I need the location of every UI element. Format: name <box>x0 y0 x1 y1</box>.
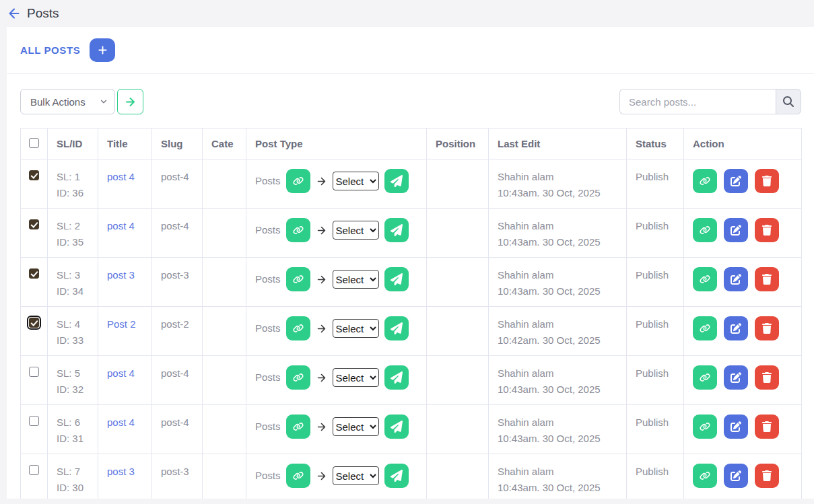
row-link-button[interactable] <box>693 218 717 242</box>
bulk-actions-select[interactable]: Bulk Actions <box>20 89 115 114</box>
position-cell <box>427 356 489 405</box>
card-header: ALL POSTS <box>7 27 814 74</box>
post-title-link[interactable]: post 4 <box>107 417 135 428</box>
row-delete-button[interactable] <box>755 415 779 439</box>
post-type-send-button[interactable] <box>384 365 409 390</box>
action-cell <box>684 258 802 307</box>
row-edit-button[interactable] <box>724 267 748 291</box>
row-checkbox[interactable] <box>29 416 39 426</box>
post-type-select[interactable]: Select <box>333 221 379 240</box>
row-checkbox[interactable] <box>29 318 39 328</box>
search-button[interactable] <box>776 89 801 114</box>
row-link-button[interactable] <box>693 464 717 488</box>
post-type-link-button[interactable] <box>286 316 310 340</box>
post-type-select[interactable]: Select <box>333 368 379 387</box>
bulk-apply-button[interactable] <box>117 89 143 114</box>
sl-id-cell: SL: 6 ID: 31 <box>48 405 98 454</box>
trash-icon <box>761 470 772 481</box>
cate-cell <box>203 454 246 499</box>
post-title-link[interactable]: post 3 <box>107 466 135 477</box>
row-delete-button[interactable] <box>755 316 779 340</box>
page-title: Posts <box>27 6 59 21</box>
position-cell <box>427 405 489 454</box>
card-title: ALL POSTS <box>20 44 80 56</box>
post-type-label: Posts <box>255 320 281 336</box>
header-action: Action <box>684 129 802 159</box>
row-checkbox[interactable] <box>29 465 39 475</box>
search-input[interactable] <box>619 89 776 114</box>
post-type-cell: Posts Select <box>246 159 427 209</box>
post-title-link[interactable]: post 4 <box>107 367 135 379</box>
row-edit-button[interactable] <box>724 464 748 488</box>
row-delete-button[interactable] <box>755 464 779 488</box>
back-button[interactable] <box>7 6 22 21</box>
post-title-link[interactable]: post 4 <box>107 220 135 231</box>
post-type-label: Posts <box>255 468 281 484</box>
edited-at: 10:43am. 30 Oct, 2025 <box>498 283 621 299</box>
id-value: ID: 36 <box>57 185 92 201</box>
post-type-select[interactable]: Select <box>333 319 379 338</box>
add-post-button[interactable] <box>90 38 115 62</box>
arrow-right-icon <box>316 274 327 285</box>
post-type-link-button[interactable] <box>286 267 310 291</box>
post-type-label: Posts <box>255 222 281 238</box>
row-delete-button[interactable] <box>755 365 779 390</box>
row-edit-button[interactable] <box>724 415 748 439</box>
header-status: Status <box>627 129 684 159</box>
id-value: ID: 34 <box>57 283 92 299</box>
row-link-button[interactable] <box>693 316 717 340</box>
row-link-button[interactable] <box>693 365 717 390</box>
post-type-link-button[interactable] <box>286 218 310 242</box>
post-type-link-button[interactable] <box>286 169 310 193</box>
trash-icon <box>761 372 772 383</box>
post-title-link[interactable]: Post 2 <box>107 318 136 330</box>
post-type-link-button[interactable] <box>286 464 310 488</box>
row-checkbox[interactable] <box>29 367 39 377</box>
post-type-link-button[interactable] <box>286 415 310 439</box>
row-link-button[interactable] <box>693 169 717 193</box>
status-cell: Publish <box>627 258 684 307</box>
post-type-select[interactable]: Select <box>333 417 379 436</box>
status-cell: Publish <box>627 405 684 454</box>
post-type-send-button[interactable] <box>384 267 409 291</box>
post-type-select[interactable]: Select <box>333 172 379 190</box>
action-cell <box>684 405 802 454</box>
post-type-select[interactable]: Select <box>333 466 379 485</box>
post-title-link[interactable]: post 4 <box>107 171 135 182</box>
link-chain-icon <box>700 274 710 285</box>
post-type-send-button[interactable] <box>384 415 409 439</box>
paper-plane-icon <box>391 224 403 236</box>
row-checkbox[interactable] <box>29 170 39 180</box>
row-checkbox[interactable] <box>29 268 39 279</box>
row-edit-button[interactable] <box>724 365 748 390</box>
sl-id-cell: SL: 4 ID: 33 <box>48 307 98 356</box>
row-delete-button[interactable] <box>755 218 779 242</box>
search-icon <box>783 96 794 107</box>
post-type-link-button[interactable] <box>286 365 310 390</box>
post-title-link[interactable]: post 3 <box>107 269 135 281</box>
post-type-send-button[interactable] <box>384 464 409 488</box>
row-link-button[interactable] <box>693 415 717 439</box>
row-checkbox[interactable] <box>29 219 39 229</box>
id-value: ID: 33 <box>57 332 92 349</box>
paper-plane-icon <box>391 175 403 187</box>
post-type-select[interactable]: Select <box>333 270 379 289</box>
row-delete-button[interactable] <box>755 169 779 193</box>
row-select-cell <box>21 258 48 307</box>
post-type-send-button[interactable] <box>384 316 409 340</box>
cate-cell <box>203 356 246 405</box>
row-edit-button[interactable] <box>724 218 748 242</box>
card-body: Bulk Actions <box>7 74 814 499</box>
post-type-send-button[interactable] <box>384 169 409 193</box>
sl-id-cell: SL: 3 ID: 34 <box>48 258 98 307</box>
sl-id-cell: SL: 2 ID: 35 <box>48 209 98 258</box>
link-chain-icon <box>700 176 710 186</box>
row-edit-button[interactable] <box>724 316 748 340</box>
select-all-checkbox[interactable] <box>29 138 39 148</box>
row-link-button[interactable] <box>693 267 717 291</box>
position-cell <box>427 258 489 307</box>
arrow-right-icon <box>316 176 327 187</box>
row-edit-button[interactable] <box>724 169 748 193</box>
post-type-send-button[interactable] <box>384 218 409 242</box>
row-delete-button[interactable] <box>755 267 779 291</box>
